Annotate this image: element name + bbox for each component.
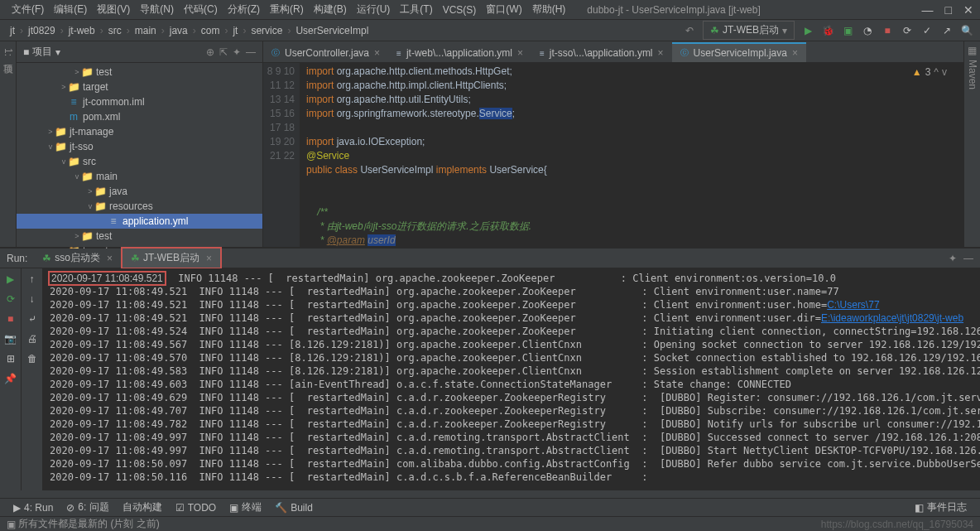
settings-icon[interactable]: ✦	[233, 46, 241, 58]
crumb[interactable]: jt-web	[65, 25, 98, 36]
project-tool-tab[interactable]: 1:项目	[0, 45, 17, 60]
crumb[interactable]: service	[247, 25, 286, 36]
tree-node[interactable]: >📁jt-manage	[17, 124, 262, 139]
rerun-icon[interactable]: ▶	[3, 272, 18, 287]
menu-refactor[interactable]: 重构(R)	[265, 1, 309, 18]
menu-window[interactable]: 窗口(W)	[481, 1, 526, 18]
menu-help[interactable]: 帮助(H)	[527, 1, 571, 18]
crumb[interactable]: UserServiceImpl	[292, 25, 372, 36]
breadcrumb[interactable]: jt›jt0829›jt-web›src›main›java›com›jt›se…	[7, 25, 372, 36]
crumb[interactable]: java	[166, 25, 191, 36]
crumb[interactable]: jt	[7, 25, 18, 36]
editor-tab[interactable]: ⓒUserServiceImpl.java×	[672, 42, 806, 62]
menu-file[interactable]: 文件(F)	[7, 1, 49, 18]
back-icon[interactable]: ↶	[683, 24, 696, 37]
crumb[interactable]: jt	[229, 25, 241, 36]
problems-tab[interactable]: ⊘ 6: 问题	[60, 499, 115, 516]
editor-tab[interactable]: ≡jt-web\...\application.yml×	[388, 42, 531, 62]
tree-node[interactable]: ≡jt-common.iml	[17, 94, 262, 109]
close-tab-icon[interactable]: ×	[107, 253, 113, 264]
run-tab[interactable]: ▶ 4: Run	[7, 500, 60, 515]
pin-icon[interactable]: 📌	[3, 371, 18, 386]
code-editor[interactable]: import org.apache.http.client.methods.Ht…	[300, 63, 963, 247]
terminal-tab[interactable]: ▣ 终端	[223, 499, 268, 516]
tree-node[interactable]: v📁src	[17, 154, 262, 169]
file-icon: ≡	[540, 49, 545, 58]
profile-icon[interactable]: ◔	[861, 24, 874, 37]
project-view-selector[interactable]: ■ 项目 ▾	[23, 45, 60, 59]
editor-tabs[interactable]: ⓒUserController.java×≡jt-web\...\applica…	[263, 41, 963, 63]
menu-bar: 文件(F) 编辑(E) 视图(V) 导航(N) 代码(C) 分析(Z) 重构(R…	[0, 0, 980, 20]
git-push-icon[interactable]: ↗	[940, 24, 954, 37]
stop-icon[interactable]: ■	[881, 24, 894, 37]
hide-icon[interactable]: —	[246, 46, 256, 58]
tree-node[interactable]: >📁target	[17, 80, 262, 94]
collapse-icon[interactable]: ⇱	[219, 46, 228, 58]
window-title: dubbo-jt - UserServiceImpl.java [jt-web]	[587, 4, 760, 16]
close-tab-icon[interactable]: ×	[517, 47, 523, 59]
maven-tool-tab[interactable]: Maven	[965, 56, 980, 93]
project-header: ■ 项目 ▾ ⊕ ⇱ ✦ —	[17, 41, 262, 63]
camera-icon[interactable]: 📷	[3, 331, 18, 346]
menu-tools[interactable]: 工具(T)	[395, 1, 437, 18]
tree-node[interactable]: >📁java	[17, 184, 262, 199]
settings-icon[interactable]: ✦	[949, 253, 957, 264]
minimize-icon[interactable]: —	[922, 3, 934, 17]
warnings-indicator[interactable]: ▲ 3 ^ v	[912, 66, 947, 78]
tree-node[interactable]: v📁jt-sso	[17, 139, 262, 154]
status-bar: ▣ 所有文件都是最新的 (片刻 之前) https://blog.csdn.ne…	[0, 516, 980, 531]
resume-icon[interactable]: ⟳	[3, 292, 18, 307]
close-tab-icon[interactable]: ×	[206, 253, 212, 264]
menu-vcs[interactable]: VCS(S)	[438, 2, 482, 17]
down-icon[interactable]: ↓	[25, 292, 40, 307]
run-icon[interactable]: ▶	[801, 24, 814, 37]
console-output[interactable]: 2020-09-17 11:08:49.521 INFO 11148 --- […	[43, 268, 980, 490]
db-tool-icon[interactable]: ▦	[968, 45, 977, 56]
tree-node[interactable]: ≡application.yml	[17, 214, 262, 229]
editor-tab[interactable]: ⓒUserController.java×	[263, 42, 388, 62]
maximize-icon[interactable]: □	[945, 3, 952, 17]
coverage-icon[interactable]: ▣	[841, 24, 854, 37]
layout-icon[interactable]: ⊞	[3, 351, 18, 366]
clear-icon[interactable]: 🗑	[25, 351, 40, 366]
crumb[interactable]: com	[198, 25, 223, 36]
menu-nav[interactable]: 导航(N)	[135, 1, 179, 18]
run-tab-sso[interactable]: ☘ sso启动类 ×	[34, 249, 121, 268]
hide-icon[interactable]: —	[963, 253, 973, 264]
run-config-selector[interactable]: ☘ JT-WEB启动 ▾	[703, 21, 795, 40]
close-icon[interactable]: ✕	[963, 3, 973, 17]
tree-node[interactable]: >📁test	[17, 65, 262, 80]
git-commit-icon[interactable]: ✓	[920, 24, 934, 37]
close-tab-icon[interactable]: ×	[374, 47, 380, 59]
crumb[interactable]: src	[105, 25, 125, 36]
run-tab-jtweb[interactable]: ☘ JT-WEB启动 ×	[121, 247, 222, 269]
menu-code[interactable]: 代码(C)	[179, 1, 223, 18]
crumb[interactable]: jt0829	[25, 25, 59, 36]
event-log-tab[interactable]: ◧ 事件日志	[908, 499, 973, 516]
git-update-icon[interactable]: ⟳	[901, 24, 914, 37]
close-tab-icon[interactable]: ×	[658, 47, 664, 59]
menu-view[interactable]: 视图(V)	[92, 1, 135, 18]
tree-node[interactable]: >📁test	[17, 229, 262, 244]
editor-tab[interactable]: ≡jt-sso\...\application.yml×	[531, 42, 672, 62]
status-icon[interactable]: ▣	[7, 519, 16, 530]
crumb[interactable]: main	[132, 25, 160, 36]
wrap-icon[interactable]: ⤶	[25, 311, 40, 326]
menu-analyze[interactable]: 分析(Z)	[223, 1, 265, 18]
target-icon[interactable]: ⊕	[206, 46, 214, 58]
print-icon[interactable]: 🖨	[25, 331, 40, 346]
todo-tab[interactable]: ☑ TODO	[169, 500, 223, 515]
close-tab-icon[interactable]: ×	[792, 47, 798, 59]
stop-icon[interactable]: ■	[3, 311, 18, 326]
search-icon[interactable]: 🔍	[960, 24, 973, 37]
debug-icon[interactable]: 🐞	[821, 24, 834, 37]
menu-run[interactable]: 运行(U)	[352, 1, 396, 18]
menu-build[interactable]: 构建(B)	[309, 1, 352, 18]
tree-node[interactable]: mpom.xml	[17, 109, 262, 124]
tree-node[interactable]: v📁main	[17, 169, 262, 184]
build-tab[interactable]: 🔨 Build	[268, 500, 319, 515]
tree-node[interactable]: v📁resources	[17, 199, 262, 214]
up-icon[interactable]: ↑	[25, 272, 40, 287]
menu-edit[interactable]: 编辑(E)	[49, 1, 92, 18]
autobuild-tab[interactable]: 自动构建	[116, 499, 169, 516]
